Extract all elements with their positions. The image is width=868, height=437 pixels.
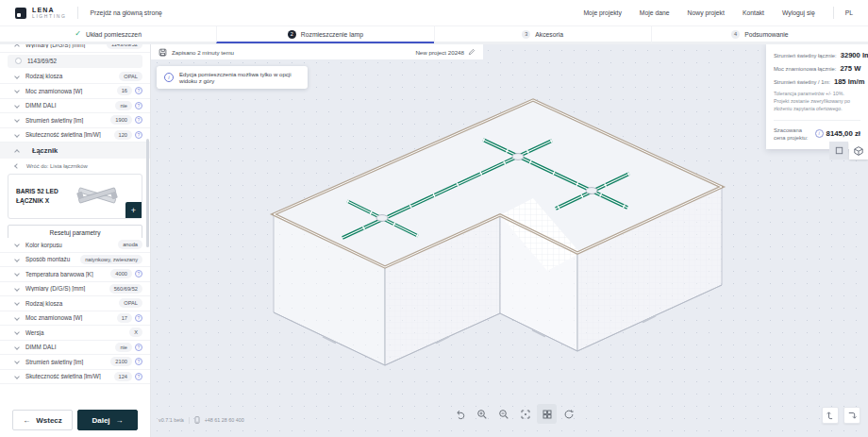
chevron-down-icon (14, 88, 20, 93)
rotate-view-button[interactable] (559, 404, 578, 424)
param-row-wymiary-2[interactable]: Wymiary (D/G/S) [mm] 560/69/52 (0, 282, 150, 297)
nav-moje-dane[interactable]: Moje dane (640, 9, 670, 16)
param-row-sposob-montazu[interactable]: Sposób montażu natynkowy, zwieszany (0, 253, 150, 268)
param-value: 120 (114, 130, 133, 140)
info-icon[interactable]: ? (135, 131, 142, 139)
zoom-out-button[interactable] (493, 404, 513, 424)
lena-lighting-logo[interactable]: LENA LIGHTING (15, 7, 66, 19)
param-row-rodzaj-klosza-2[interactable]: Rodzaj klosza OPAL (0, 296, 150, 311)
corner-arrow-down-icon (846, 410, 858, 421)
corner-arrow-down-button[interactable] (843, 407, 860, 424)
section-header-lacznik[interactable]: Łącznik (0, 143, 150, 159)
param-row-temperatura[interactable]: Temperatura barwowa [K] 4000 ? (0, 267, 150, 282)
zoom-in-button[interactable] (472, 404, 492, 424)
nav-kontakt[interactable]: Kontakt (743, 9, 764, 16)
price-info-icon[interactable]: i (815, 129, 824, 138)
connector-x-junction[interactable] (376, 215, 388, 222)
arrow-right-icon: → (116, 416, 124, 425)
param-row-moc[interactable]: Moc znamionowa [W] 16 ? (0, 84, 150, 99)
nav-wyloguj[interactable]: Wyloguj się (782, 9, 815, 16)
phone-number[interactable]: +48 61 28 60 400 (205, 417, 244, 423)
info-icon[interactable]: ? (135, 373, 142, 380)
param-label: Wymiary (D/G/S) [mm] (25, 44, 107, 48)
radio-icon (15, 58, 22, 64)
param-label: Skuteczność świetlna [lm/W] (25, 131, 114, 138)
step-rozmieszczenie-lamp[interactable]: 2 Rozmieszczenie lamp (216, 26, 433, 43)
phone-icon (194, 416, 200, 424)
divider (77, 7, 78, 19)
param-row-dimm-dali-2[interactable]: DIMM DALI nie ? (0, 341, 150, 356)
step-podsumowanie[interactable]: 4 Podsumowanie (651, 26, 868, 43)
language-selector[interactable]: PL (845, 9, 853, 16)
connector-x-junction[interactable] (586, 188, 597, 194)
chevron-down-icon (14, 271, 20, 277)
param-value: 1143/69/52 (107, 44, 142, 49)
param-value: nie (115, 101, 132, 110)
info-icon[interactable]: ? (135, 344, 142, 351)
next-button[interactable]: Dalej → (77, 410, 138, 430)
back-button[interactable]: ← Wstecz (12, 410, 73, 430)
back-to-connector-list-link[interactable]: Wróć do: Lista łączników (0, 159, 150, 172)
nav-nowy-projekt[interactable]: Nowy projekt (688, 9, 725, 16)
step-akcesoria[interactable]: 3 Akcesoria (434, 26, 651, 43)
step-number-badge: 3 (522, 30, 530, 39)
chevron-down-icon (14, 132, 20, 138)
sidebar-scrollbar[interactable] (146, 139, 149, 247)
view-3d-button[interactable] (849, 142, 868, 160)
check-icon: ✓ (75, 30, 81, 38)
home-link[interactable]: Przejdź na główną stronę (90, 9, 161, 16)
back-link-label: Wróć do: Lista łączników (26, 163, 88, 169)
product-name: BARIS 52 LED ŁĄCZNIK X (16, 187, 58, 205)
param-row-wymiary[interactable]: Wymiary (D/G/S) [mm] 1143/69/52 (0, 44, 150, 53)
summary-value: 185 lm/m (834, 77, 865, 86)
param-value: X (129, 328, 142, 337)
info-icon[interactable]: ? (135, 87, 142, 94)
param-row-kolor-korpusu[interactable]: Kolor korpusu anoda (0, 238, 150, 253)
top-navigation: Moje projekty Moje dane Nowy projekt Kon… (583, 7, 853, 19)
info-icon: i (164, 73, 174, 82)
chevron-left-icon (14, 163, 20, 169)
corner-arrow-up-icon (825, 410, 836, 421)
fit-view-button[interactable] (515, 404, 535, 424)
step-label: Rozmieszczenie lamp (301, 31, 363, 38)
param-row-wersja[interactable]: Wersja X (0, 326, 150, 341)
add-product-button[interactable]: + (125, 202, 142, 218)
view-2d-top-button[interactable] (829, 142, 848, 160)
room-3d-drawing[interactable] (151, 44, 868, 437)
param-row-dimm-dali[interactable]: DIMM DALI nie ? (0, 99, 150, 114)
param-row-moc-2[interactable]: Moc znamionowa [W] 17 ? (0, 311, 150, 327)
divider (833, 7, 834, 19)
param-label: Skuteczność świetlna [lm/W] (25, 373, 114, 379)
chevron-down-icon (14, 74, 20, 79)
param-row-rodzaj-klosza[interactable]: Rodzaj klosza OPAL (0, 70, 150, 85)
summary-label: Moc znamionowa łącznie: (774, 66, 836, 72)
info-icon[interactable]: ? (135, 314, 142, 322)
chevron-down-icon (14, 242, 20, 247)
param-value: anoda (118, 240, 142, 249)
info-icon[interactable]: ? (135, 116, 142, 124)
param-row-skutecznosc[interactable]: Skuteczność świetlna [lm/W] 120 ? (0, 128, 150, 143)
chevron-down-icon (14, 345, 20, 350)
grid-toggle-button[interactable] (537, 404, 557, 424)
param-row-skutecznosc-2[interactable]: Skuteczność świetlna [lm/W] 124 ? (0, 370, 150, 385)
param-label: Strumień świetlny [lm] (25, 359, 110, 365)
view-mode-toggles (829, 142, 868, 160)
connector-x-junction[interactable] (512, 154, 524, 160)
info-icon[interactable]: ? (135, 102, 142, 109)
step-label: Układ pomieszczeń (86, 31, 142, 38)
param-value: nie (115, 343, 132, 352)
info-icon[interactable]: ? (135, 270, 142, 277)
step-uklad-pomieszczen[interactable]: ✓ Układ pomieszczeń (0, 26, 216, 43)
edit-pencil-icon[interactable] (468, 48, 476, 56)
param-row-strumien[interactable]: Strumień świetlny [lm] 1900 ? (0, 113, 150, 128)
nav-moje-projekty[interactable]: Moje projekty (583, 9, 621, 16)
corner-arrow-up-button[interactable] (822, 407, 839, 424)
info-icon[interactable]: ? (135, 358, 142, 365)
param-label: Moc znamionowa [W] (25, 314, 117, 321)
dimension-option-radio[interactable]: 1143/69/52 (8, 55, 142, 68)
connector-x-product-image (75, 181, 119, 210)
param-row-strumien-2[interactable]: Strumień świetlny [lm] 2100 ? (0, 355, 150, 370)
undo-button[interactable] (450, 404, 470, 424)
3d-room-canvas[interactable]: Zapisano 2 minuty temu New project 20248… (151, 44, 868, 437)
product-card-baris-52[interactable]: BARIS 52 LED ŁĄCZNIK X + (8, 174, 142, 219)
